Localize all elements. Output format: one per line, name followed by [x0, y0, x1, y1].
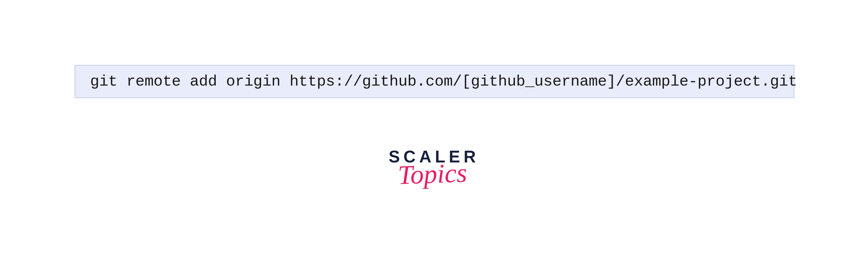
code-command-text: git remote add origin https://github.com…: [90, 73, 797, 90]
topics-logo-svg: Topics: [388, 163, 480, 196]
brand-sub-name-text: Topics: [398, 163, 467, 190]
brand-name-text: SCALER: [388, 148, 480, 165]
code-block: git remote add origin https://github.com…: [74, 65, 795, 98]
brand-logo: SCALER Topics: [388, 148, 480, 196]
